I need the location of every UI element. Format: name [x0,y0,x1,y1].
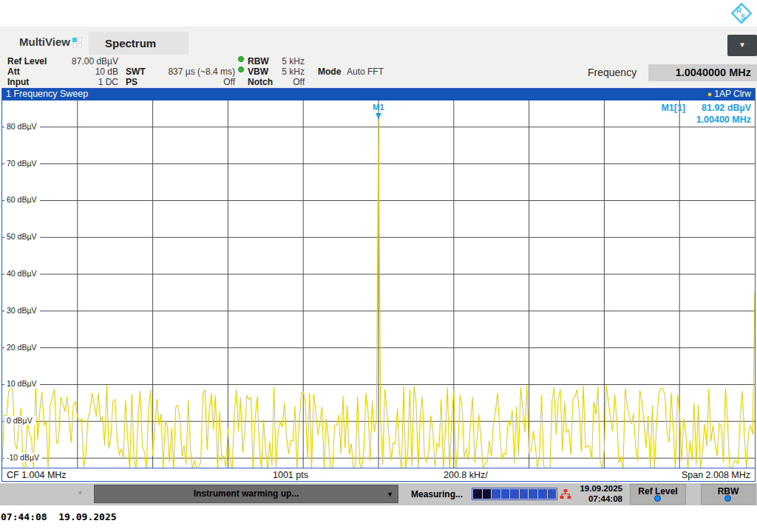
frequency-sweep-window: 1 Frequency Sweep ●1AP Clrw 80 dBµV70 dB… [1,88,756,482]
ps-value[interactable]: Off [148,77,235,87]
y-axis-label: 70 dBµV [4,159,40,168]
progress-segment [492,489,500,499]
y-axis-label: -10 dBµV [4,453,42,462]
progress-segment [501,489,510,499]
progress-segment [473,489,482,499]
ref-level-quick-button[interactable]: Ref Level [630,484,686,505]
ps-label: PS [126,77,138,87]
svg-text:S: S [741,13,746,21]
status-collapse-icon[interactable]: ▾ [78,488,82,497]
swt-value[interactable]: 837 µs (~8.4 ms) [148,66,235,77]
per-division-readout: 200.8 kHz/ [444,470,488,480]
att-label: Att [7,66,20,77]
vbw-led-icon [238,66,244,72]
trace-color-dot-icon: ● [707,89,713,98]
progress-segment [529,489,537,499]
notch-value[interactable]: Off [272,77,305,87]
tab-multiview[interactable]: MultiView [19,35,70,48]
y-axis-label: 60 dBµV [4,195,40,204]
marker-readout-frequency: 1.00400 MHz [661,114,751,126]
settings-row-1: Ref Level 87.00 dBµV RBW 5 kHz [0,56,577,66]
screenshot-timestamp: 07:44:08 19.09.2025 [1,511,117,522]
status-message-dropdown[interactable]: Instrument warming up... ▾ [94,485,398,503]
vbw-label: VBW [248,66,268,77]
settings-row-3: Input 1 DC PS Off Notch Off [0,77,577,87]
progress-segment [548,489,557,499]
y-axis-label: 50 dBµV [4,232,40,241]
marker-m1-label: M1 [373,103,384,112]
trace-tag-label: 1AP Clrw [714,89,751,99]
trace-tag[interactable]: ●1AP Clrw [707,89,751,100]
mode-value[interactable]: Auto FFT [347,66,384,77]
top-strip: R S [0,0,757,27]
rbw-led-icon [238,56,244,62]
rbw-quick-button[interactable]: RBW [701,484,756,505]
marker-readout: M1[1] 81.92 dBµV 1.00400 MHz [661,102,751,126]
tab-spectrum[interactable]: Spectrum [89,32,189,55]
input-value[interactable]: 1 DC [44,77,118,87]
frequency-input[interactable]: 1.0040000 MHz [648,64,757,81]
measure-progress-bar [472,488,557,500]
trace-canvas [2,100,755,468]
vbw-value[interactable]: 5 kHz [272,66,305,77]
x-axis-bar: CF 1.004 MHz 1001 pts 200.8 kHz/ Span 2.… [2,468,755,481]
y-axis-label: 10 dBµV [4,379,40,388]
input-label: Input [7,77,29,87]
marker-readout-level: 81.92 dBµV [702,102,751,114]
spectrum-plot[interactable]: 80 dBµV70 dBµV60 dBµV50 dBµV40 dBµV30 dB… [2,100,755,468]
marker-m1-icon[interactable] [376,113,381,119]
mode-label: Mode [318,66,341,77]
window-titlebar[interactable]: 1 Frequency Sweep ●1AP Clrw [2,89,755,100]
chevron-down-icon: ▾ [388,485,392,502]
channel-menu-button[interactable]: ▾ [727,35,757,56]
y-axis-label: 40 dBµV [4,269,40,278]
progress-segment [510,489,519,499]
spectrum-analyzer-screen: R S MultiView Spectrum ▾ Ref Level 87.00… [0,0,757,532]
swt-label: SWT [126,66,146,77]
center-frequency-readout: CF 1.004 MHz [7,470,67,480]
radio-dot-icon [724,495,731,502]
att-value[interactable]: 10 dB [44,66,118,77]
status-bar: ▾ Instrument warming up... ▾ Measuring..… [0,483,757,505]
status-message-text: Instrument warming up... [194,488,299,499]
multiview-grid-icon[interactable] [72,38,82,47]
progress-segment [520,489,529,499]
progress-segment [483,489,492,499]
radio-dot-icon [654,495,661,502]
rbw-value[interactable]: 5 kHz [272,56,305,66]
rbw-label: RBW [248,56,269,66]
settings-row-2: Att 10 dB SWT 837 µs (~8.4 ms) VBW 5 kHz… [0,66,577,77]
chevron-down-icon: ▾ [740,40,744,49]
header-bar: MultiView Spectrum ▾ Ref Level 87.00 dBµ… [0,27,757,88]
date-time-display[interactable]: 19.09.2025 07:44:08 [569,484,622,504]
frequency-label: Frequency [588,66,637,78]
marker-readout-name: M1[1] [661,102,685,114]
ref-level-label: Ref Level [7,56,47,66]
sweep-points-readout: 1001 pts [246,470,335,480]
rohde-schwarz-logo-icon: R S [729,1,754,26]
y-axis-label: 20 dBµV [4,343,40,352]
span-readout: Span 2.008 MHz [682,470,750,480]
y-axis-label: 0 dBµV [4,416,35,425]
y-axis-label: 80 dBµV [4,122,40,131]
ref-level-value[interactable]: 87.00 dBµV [44,56,118,66]
notch-label: Notch [248,77,273,87]
y-axis-label: 30 dBµV [4,306,40,315]
progress-segment [538,489,547,499]
window-title: 1 Frequency Sweep [6,89,88,99]
measuring-status-label: Measuring... [411,489,463,499]
